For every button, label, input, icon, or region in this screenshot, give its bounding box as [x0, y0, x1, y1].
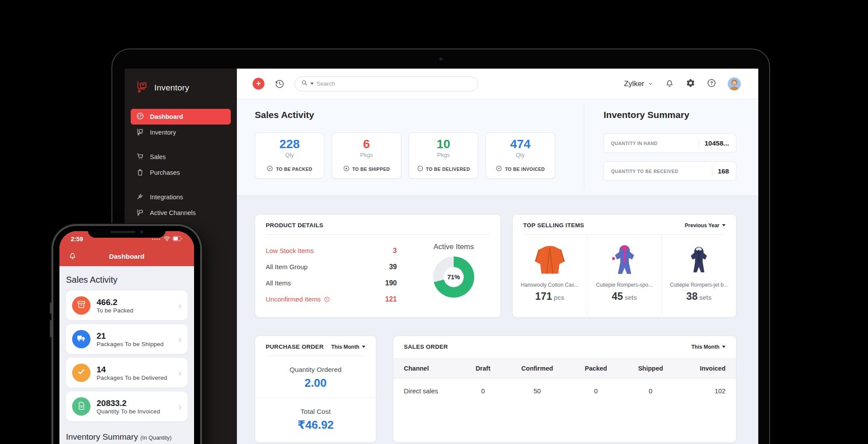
lower-band: PRODUCT DETAILS Low Stock Items 3 All It… [237, 195, 758, 444]
quantity-to-be-received-row[interactable]: QUANTITY TO BE RECEIVED 168 [604, 161, 736, 181]
item-qty: 171 [535, 291, 552, 302]
card-title: SALES ORDER [404, 343, 448, 350]
sidebar-item-integrations[interactable]: Integrations [131, 189, 231, 205]
to-be-delivered-card[interactable]: 10 Pkgs TO BE DELIVERED [409, 132, 478, 179]
quantity-in-hand-row[interactable]: QUANTITY IN HAND 10458... [604, 133, 736, 153]
quantity-to-be-invoiced-card[interactable]: 20833.2 Quantity To be Invoiced › [66, 392, 187, 421]
help-icon[interactable]: ? [707, 78, 716, 90]
check-circle-icon [496, 165, 502, 173]
quantity-ordered-block: Quantity Ordered 2.00 [255, 356, 376, 398]
item-name: Cutiepie Rompers-spo... [596, 282, 653, 288]
bell-icon[interactable] [665, 78, 674, 90]
search-scope-caret-icon[interactable] [310, 83, 314, 85]
column-header: Shipped [622, 359, 679, 378]
top-selling-item[interactable]: Hanswooly Cotton Cas... 171pcs [513, 235, 587, 314]
all-items-row[interactable]: All Items 190 [266, 275, 397, 291]
volume-button [50, 320, 52, 337]
cell-invoiced: 102 [679, 378, 736, 404]
bag-icon [136, 168, 144, 177]
product-details-card: PRODUCT DETAILS Low Stock Items 3 All It… [255, 214, 501, 318]
top-selling-item[interactable]: Cutiepie Rompers-spo... 45sets [587, 235, 662, 314]
metric-label: TO BE INVOICED [505, 166, 545, 172]
sales-order-filter[interactable]: This Month [691, 344, 726, 350]
gear-icon[interactable] [686, 78, 695, 90]
top-selling-filter[interactable]: Previous Year [685, 222, 726, 229]
metric-unit: Pkgs [360, 152, 373, 158]
donut-percent: 71% [433, 257, 474, 298]
inventory-summary-title: Inventory Summary [604, 110, 689, 120]
quick-add-button[interactable]: + [253, 78, 264, 90]
phone-screen: 2:59 [59, 231, 194, 444]
card-label: Packages To be Shipped [97, 341, 164, 347]
top-selling-item[interactable]: Cutiepie Rompers-jet b... 38sets [662, 235, 736, 314]
card-value: 20833.2 [97, 398, 160, 409]
packages-to-be-delivered-card[interactable]: 14 Packages To be Delivered › [66, 358, 187, 388]
product-details-rows: Low Stock Items 3 All Item Group 39 All … [266, 243, 397, 307]
sales-order-table: Channel Draft Confirmed Packed Shipped I… [393, 358, 736, 404]
search-bar[interactable] [295, 76, 478, 91]
caret-down-icon [722, 346, 726, 348]
item-qty: 38 [686, 291, 698, 302]
cart-icon [136, 152, 144, 162]
info-icon[interactable] [324, 296, 330, 302]
org-switcher[interactable]: Zylker [624, 80, 653, 88]
check-icon [76, 367, 86, 378]
target-circle-icon [343, 165, 350, 173]
filter-label: Previous Year [685, 222, 719, 229]
romper-product-image [609, 242, 640, 279]
item-unit: pcs [554, 294, 564, 301]
metric-value: 474 [510, 138, 531, 151]
packages-to-be-shipped-card[interactable]: 21 Packages To be Shipped › [66, 324, 187, 354]
history-icon[interactable] [274, 78, 285, 89]
total-cost-label: Total Cost [255, 408, 376, 416]
sidebar-item-active-channels[interactable]: Active Channels [131, 205, 231, 221]
laptop-screen: Inventory Dashboard [125, 69, 758, 444]
laptop-camera [440, 58, 442, 60]
to-be-shipped-card[interactable]: 6 Pkgs TO BE SHIPPED [332, 132, 401, 179]
metric-unit: Qty [516, 152, 524, 158]
item-unit: sets [699, 294, 712, 301]
row-value: 3 [393, 247, 397, 255]
org-name: Zylker [624, 80, 644, 88]
sidebar-item-label: Integrations [150, 194, 183, 201]
table-row[interactable]: Direct sales 0 50 0 0 102 [393, 378, 736, 404]
to-be-invoiced-card[interactable]: 474 Qty TO BE INVOICED [486, 132, 555, 179]
low-stock-items-row[interactable]: Low Stock Items 3 [266, 243, 397, 259]
all-item-group-row[interactable]: All Item Group 39 [266, 259, 397, 275]
search-input[interactable] [316, 80, 472, 87]
volume-button [50, 302, 52, 314]
summary-title-text: Inventory Summary [66, 432, 138, 441]
stage: Inventory Dashboard [0, 0, 868, 444]
avatar[interactable] [728, 77, 741, 90]
sidebar-item-dashboard[interactable]: Dashboard [131, 109, 231, 125]
chevron-down-icon [648, 81, 653, 87]
topbar-right: Zylker [624, 77, 741, 90]
phone-notch [88, 226, 166, 238]
item-name: Cutiepie Rompers-jet b... [670, 282, 728, 288]
sidebar-item-sales[interactable]: Sales [131, 149, 231, 165]
column-header: Draft [461, 359, 505, 378]
brand: Inventory [125, 69, 237, 96]
wifi-icon [163, 236, 170, 243]
column-header: Invoiced [679, 359, 736, 378]
active-items-chart: Active Items 71% [433, 243, 474, 307]
table-header-row: Channel Draft Confirmed Packed Shipped I… [393, 359, 736, 378]
to-be-packed-card[interactable]: 228 Qty TO BE PACKED [255, 132, 324, 179]
to-be-packed-card[interactable]: 466.2 To be Packed › [66, 291, 187, 320]
row-label: QUANTITY TO BE RECEIVED [611, 169, 678, 174]
sidebar-item-inventory[interactable]: Inventory [131, 125, 231, 140]
donut-title: Active Items [434, 243, 474, 251]
card-value: 14 [97, 364, 167, 375]
invoice-icon [77, 401, 86, 412]
caret-down-icon [722, 224, 726, 226]
unconfirmed-items-row[interactable]: Unconfirmed Items 121 [266, 291, 397, 307]
chevron-right-icon: › [178, 335, 181, 343]
purchase-order-filter[interactable]: This Month [331, 344, 365, 350]
metric-unit: Pkgs [437, 152, 450, 158]
bell-icon[interactable] [68, 251, 77, 262]
section-divider [584, 104, 584, 190]
romper-product-image [685, 242, 712, 279]
sidebar-item-purchases[interactable]: Purchases [131, 165, 231, 180]
battery-icon [173, 236, 183, 243]
check-circle-icon [267, 165, 273, 173]
